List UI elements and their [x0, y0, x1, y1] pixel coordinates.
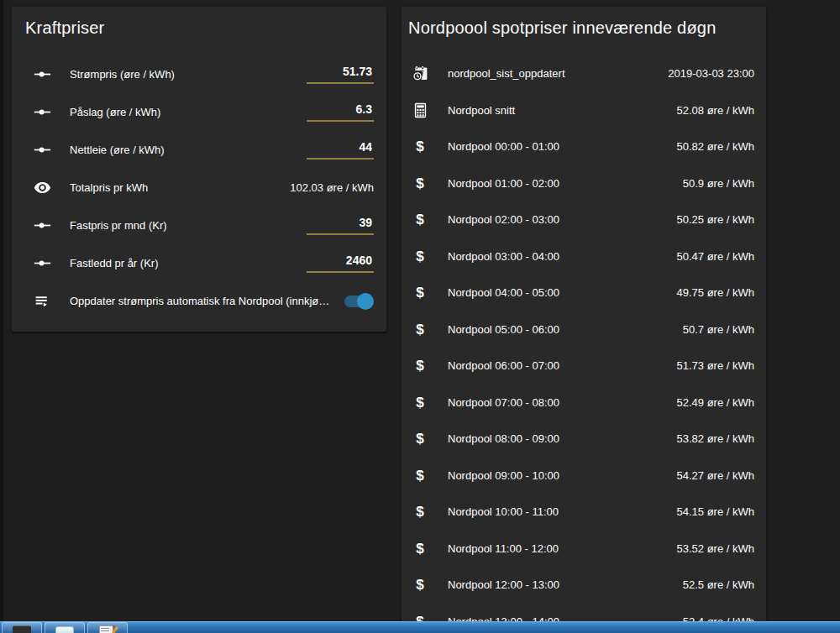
- currency-usd-icon: $: [410, 575, 430, 595]
- currency-usd-icon: $: [410, 246, 430, 266]
- slider-icon: [32, 254, 52, 274]
- slider-icon: [32, 102, 52, 123]
- slider-icon: [32, 140, 52, 160]
- entity-label: Påslag (øre / kWh): [70, 106, 297, 118]
- entity-label: Nordpool 05:00 - 06:00: [448, 323, 673, 336]
- folder-taskbar-button[interactable]: [45, 622, 85, 633]
- number-input[interactable]: [307, 102, 374, 122]
- entity-row[interactable]: $Nordpool 09:00 - 10:0054.27 øre / kWh: [402, 458, 766, 494]
- entity-label: Nordpool 01:00 - 02:00: [448, 177, 673, 190]
- number-input[interactable]: [307, 254, 374, 273]
- card-title-kraftpriser: Kraftpriser: [12, 7, 386, 38]
- number-input[interactable]: [307, 216, 374, 235]
- notepad-pencil-taskbar-button[interactable]: [87, 622, 128, 633]
- taskbar-buttons: [0, 621, 840, 633]
- entity-label: Nordpool 08:00 - 09:00: [448, 432, 667, 445]
- entity-value: 50.82 øre / kWh: [677, 140, 754, 153]
- entity-row[interactable]: $Nordpool 07:00 - 08:0052.49 øre / kWh: [402, 385, 766, 421]
- entity-label: Nettleie (øre / kWh): [70, 144, 297, 156]
- entity-label: Fastpris pr mnd (Kr): [70, 219, 297, 232]
- entity-label: Nordpool 12:00 - 13:00: [448, 578, 673, 591]
- number-input[interactable]: [307, 140, 374, 160]
- entity-value: 53.82 øre / kWh: [677, 432, 754, 445]
- entity-value: 53.52 øre / kWh: [677, 542, 754, 555]
- entity-value: 52.08 øre / kWh: [677, 104, 754, 117]
- entity-row[interactable]: $Nordpool 11:00 - 12:0053.52 øre / kWh: [402, 531, 766, 568]
- entity-row[interactable]: $Nordpool 06:00 - 07:0051.73 øre / kWh: [402, 348, 766, 385]
- currency-usd-icon: $: [410, 465, 430, 485]
- console-window-icon: [13, 625, 31, 633]
- entity-label: Nordpool snitt: [448, 104, 667, 117]
- notepad-pencil-icon: [98, 625, 117, 633]
- entity-row[interactable]: Nordpool snitt52.08 øre / kWh: [402, 92, 766, 129]
- currency-usd-icon: $: [410, 173, 430, 193]
- entity-value: 50.9 øre / kWh: [683, 177, 754, 190]
- console-window-taskbar-button[interactable]: [2, 622, 42, 633]
- entity-label: Nordpool 00:00 - 01:00: [448, 140, 667, 153]
- entity-row[interactable]: $Nordpool 12:00 - 13:0052.5 øre / kWh: [402, 567, 766, 604]
- slider-icon: [32, 216, 52, 236]
- entity-label: Oppdater strømpris automatisk fra Nordpo…: [70, 295, 335, 307]
- entity-label: nordpool_sist_oppdatert: [448, 67, 658, 80]
- currency-usd-icon: $: [410, 392, 430, 412]
- entity-row[interactable]: $Nordpool 05:00 - 06:0050.7 øre / kWh: [402, 311, 766, 348]
- entity-label: Nordpool 07:00 - 08:00: [448, 396, 667, 409]
- entity-row[interactable]: Strømpris (øre / kWh): [12, 55, 386, 93]
- currency-usd-icon: $: [410, 356, 430, 376]
- windows-taskbar: [0, 621, 840, 633]
- entity-value: 102.03 øre / kWh: [290, 181, 374, 194]
- entity-row[interactable]: $Nordpool 10:00 - 11:0054.15 øre / kWh: [402, 494, 766, 531]
- entity-value: 50.47 øre / kWh: [677, 250, 754, 263]
- currency-usd-icon: $: [410, 502, 430, 522]
- entity-row[interactable]: $Nordpool 01:00 - 02:0050.9 øre / kWh: [402, 165, 766, 202]
- entity-value: 54.27 øre / kWh: [677, 469, 754, 482]
- calculator-icon: [410, 100, 430, 120]
- entity-value: 50.25 øre / kWh: [677, 213, 754, 226]
- entity-label: Nordpool 06:00 - 07:00: [448, 359, 667, 372]
- entity-label: Nordpool 09:00 - 10:00: [448, 469, 667, 482]
- entity-row[interactable]: Fastpris pr mnd (Kr): [12, 207, 386, 244]
- currency-usd-icon: $: [410, 538, 430, 558]
- currency-usd-icon: $: [410, 283, 430, 303]
- toggle-thumb: [357, 293, 374, 310]
- entity-label: Totalpris pr kWh: [70, 181, 280, 194]
- entity-value: 2019-03-03 23:00: [668, 67, 754, 80]
- entity-value: 54.15 øre / kWh: [677, 505, 754, 518]
- calendar-clock-icon: [410, 64, 430, 84]
- currency-usd-icon: $: [410, 319, 430, 339]
- currency-usd-icon: $: [410, 137, 430, 157]
- kraftpriser-card: Kraftpriser Strømpris (øre / kWh)Påslag …: [12, 7, 386, 332]
- window-left-edge: [0, 0, 3, 621]
- eye-icon: [32, 178, 52, 198]
- currency-usd-icon: $: [410, 210, 430, 230]
- entity-row[interactable]: $Nordpool 02:00 - 03:0050.25 øre / kWh: [402, 201, 766, 238]
- entity-value: 49.75 øre / kWh: [677, 286, 754, 299]
- number-input[interactable]: [307, 65, 374, 84]
- entity-row[interactable]: Påslag (øre / kWh): [12, 93, 386, 131]
- entity-row[interactable]: Oppdater strømpris automatisk fra Nordpo…: [12, 282, 386, 320]
- folder-icon: [55, 626, 74, 633]
- entity-label: Fastledd pr år (Kr): [70, 257, 297, 269]
- entity-row[interactable]: Nettleie (øre / kWh): [12, 131, 386, 169]
- entity-value: 50.7 øre / kWh: [683, 323, 754, 336]
- entity-row[interactable]: nordpool_sist_oppdatert2019-03-03 23:00: [402, 55, 766, 92]
- entity-label: Strømpris (øre / kWh): [70, 68, 297, 81]
- entity-label: Nordpool 03:00 - 04:00: [448, 250, 667, 263]
- text-arrow-icon: [32, 291, 52, 311]
- entity-label: Nordpool 11:00 - 12:00: [448, 542, 667, 555]
- entity-value: 52.5 øre / kWh: [683, 578, 754, 591]
- entity-row[interactable]: $Nordpool 03:00 - 04:0050.47 øre / kWh: [402, 238, 766, 275]
- entity-row[interactable]: Totalpris pr kWh102.03 øre / kWh: [12, 169, 386, 207]
- currency-usd-icon: $: [410, 429, 430, 449]
- entity-label: Nordpool 04:00 - 05:00: [448, 286, 667, 299]
- entity-label: Nordpool 10:00 - 11:00: [448, 505, 667, 518]
- entity-row[interactable]: Fastledd pr år (Kr): [12, 244, 386, 282]
- entity-row[interactable]: $Nordpool 04:00 - 05:0049.75 øre / kWh: [402, 275, 766, 311]
- nordpool-rows: nordpool_sist_oppdatert2019-03-03 23:00N…: [402, 55, 766, 633]
- entity-row[interactable]: $Nordpool 08:00 - 09:0053.82 øre / kWh: [402, 421, 766, 458]
- entity-row[interactable]: $Nordpool 00:00 - 01:0050.82 øre / kWh: [402, 128, 766, 165]
- toggle-switch[interactable]: [344, 293, 374, 310]
- entity-value: 52.49 øre / kWh: [677, 396, 754, 409]
- entity-value: 51.73 øre / kWh: [677, 359, 754, 372]
- nordpool-card: Nordpoool spotpriser inneværende døgn no…: [402, 7, 766, 633]
